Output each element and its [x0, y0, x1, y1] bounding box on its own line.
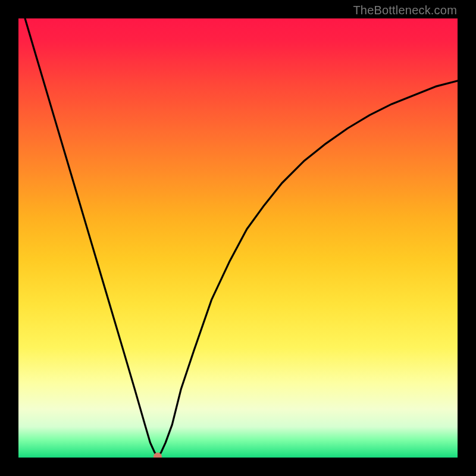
plot-area	[18, 18, 458, 458]
bottleneck-curve	[25, 18, 458, 457]
chart-frame: TheBottleneck.com	[0, 0, 476, 476]
attribution-text: TheBottleneck.com	[353, 4, 457, 17]
curve-layer	[18, 18, 458, 458]
